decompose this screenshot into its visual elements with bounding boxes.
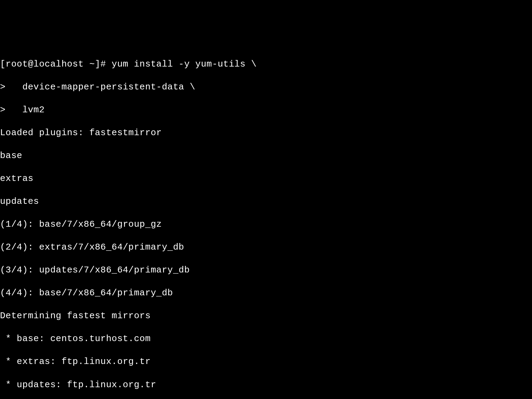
terminal-line: extras [0,173,532,184]
terminal-line: (1/4): base/7/x86_64/group_gz [0,219,532,230]
terminal-line: > device-mapper-persistent-data \ [0,81,532,93]
terminal-line: updates [0,196,532,207]
terminal-line: Loaded plugins: fastestmirror [0,127,532,139]
terminal-line: [root@localhost ~]# yum install -y yum-u… [0,59,532,70]
terminal-line: * base: centos.turhost.com [0,333,532,345]
terminal-line: > lvm2 [0,104,532,116]
terminal-output[interactable]: [root@localhost ~]# yum install -y yum-u… [0,46,532,399]
terminal-line: (3/4): updates/7/x86_64/primary_db [0,264,532,276]
terminal-line: (2/4): extras/7/x86_64/primary_db [0,242,532,253]
terminal-line: base [0,150,532,162]
terminal-line: Determining fastest mirrors [0,310,532,322]
terminal-line: (4/4): base/7/x86_64/primary_db [0,287,532,299]
terminal-line: * updates: ftp.linux.org.tr [0,379,532,391]
terminal-line: * extras: ftp.linux.org.tr [0,356,532,367]
